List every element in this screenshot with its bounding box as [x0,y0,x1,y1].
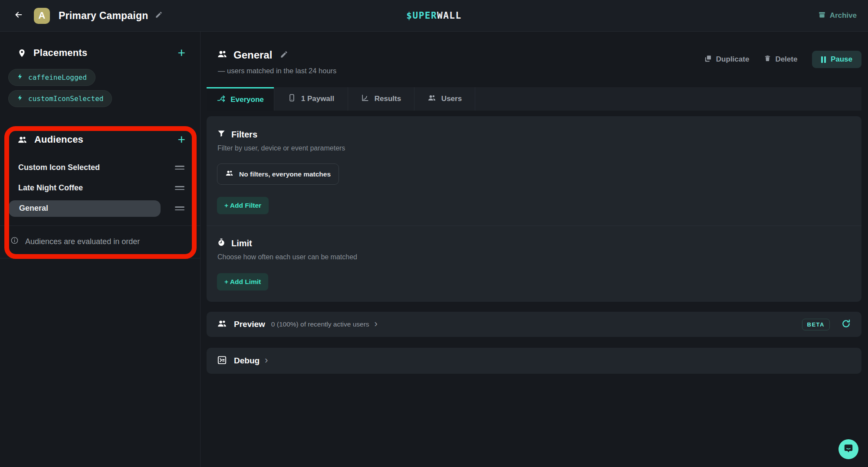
duplicate-button[interactable]: Duplicate [704,55,750,65]
add-placement-button[interactable]: + [178,47,185,59]
pause-label: Pause [831,55,852,64]
audiences-note: Audiences are evaluated in order [0,226,200,258]
audiences-title: Audiences [34,134,83,145]
logo-white-part: WALL [437,10,462,21]
limit-section: Limit Choose how often each user can be … [217,226,849,291]
pencil-icon [155,11,163,20]
users-icon [17,135,27,145]
refresh-icon[interactable] [841,319,851,330]
audience-title: General [233,49,272,61]
chevron-right-icon: › [265,356,268,366]
filters-subtitle: Filter by user, device or event paramete… [217,144,849,152]
placements-list: caffeineLogged customIconSelected [0,69,200,107]
chevron-right-icon: › [375,319,378,330]
app-avatar[interactable]: A [34,8,50,24]
pencil-icon [280,50,288,60]
delete-label: Delete [775,55,797,64]
placement-chip[interactable]: customIconSelected [8,90,112,107]
tab-paywall[interactable]: 1 Paywall [274,87,348,111]
selected-audience-pill[interactable]: General [9,200,161,217]
edit-audience-button[interactable] [280,50,288,60]
bolt-icon [17,95,23,103]
drag-handle-icon[interactable] [175,166,184,170]
chat-widget-button[interactable] [838,439,858,459]
tab-label: Users [441,95,462,103]
add-limit-button[interactable]: + Add Limit [217,273,268,291]
audiences-header: Audiences + [0,134,200,145]
drag-handle-icon[interactable] [175,186,184,190]
beta-badge: BETA [802,319,830,330]
add-audience-button[interactable]: + [178,134,185,145]
audience-detail-header: General — users matched in the last 24 h… [201,32,868,75]
preview-summary: 0 (100%) of recently active users [271,320,369,328]
no-filters-label: No filters, everyone matches [239,170,331,178]
debug-title: Debug [234,356,260,366]
audience-item[interactable]: Custom Icon Selected [0,157,200,178]
stopwatch-icon [217,238,226,248]
logo-teal-part: $UPER [406,10,437,21]
audience-label: Custom Icon Selected [0,163,100,172]
limit-title: Limit [231,238,252,248]
debug-row[interactable]: Debug › [207,348,861,374]
map-pin-icon [17,49,26,58]
sidebar: Placements + caffeineLogged customIconSe… [0,32,201,467]
pause-button[interactable]: Pause [812,51,861,68]
superwall-logo: $UPERWALL [406,10,461,21]
audience-label: Late Night Coffee [0,183,83,193]
top-bar: A Primary Campaign $UPERWALL Archive [0,0,868,32]
archive-icon [818,11,826,21]
duplicate-label: Duplicate [716,55,750,64]
archive-button[interactable]: Archive [818,11,857,21]
audience-actions: Duplicate Delete Pause [704,51,861,68]
add-filter-button[interactable]: + Add Filter [217,197,269,214]
chart-icon [361,94,369,104]
funnel-icon [217,129,226,140]
copy-icon [704,55,712,65]
placement-label: customIconSelected [28,95,103,103]
users-icon [217,319,227,330]
split-arrows-icon [217,94,225,105]
placement-label: caffeineLogged [28,73,87,82]
archive-label: Archive [830,11,857,20]
audience-item-selected[interactable]: General [0,198,200,219]
audiences-note-text: Audiences are evaluated in order [25,237,140,246]
tab-results[interactable]: Results [348,87,414,111]
no-filters-chip: No filters, everyone matches [217,163,339,185]
preview-row[interactable]: Preview 0 (100%) of recently active user… [207,312,861,337]
tab-bar: Everyone 1 Paywall Results Users [207,87,861,111]
back-arrow-icon [14,10,23,21]
tab-label: Results [375,95,401,103]
placements-header: Placements + [0,47,200,59]
info-icon [10,236,19,247]
users-icon [217,49,227,61]
tab-bar-filler [475,87,861,111]
main-panel: General — users matched in the last 24 h… [201,32,868,467]
tab-everyone[interactable]: Everyone [207,87,274,111]
chat-icon [843,443,854,456]
filters-title: Filters [231,130,257,140]
preview-title: Preview [234,320,265,329]
drag-handle-icon[interactable] [175,206,184,210]
users-icon [427,94,436,105]
filters-section: Filters Filter by user, device or event … [217,129,849,214]
pause-icon [821,56,826,63]
audience-item[interactable]: Late Night Coffee [0,178,200,198]
tab-users[interactable]: Users [414,87,475,111]
trash-icon [764,55,771,64]
audience-label: General [9,204,48,213]
terminal-icon [217,355,227,367]
delete-button[interactable]: Delete [764,55,797,64]
phone-icon [288,94,296,104]
tab-label: Everyone [230,95,264,104]
edit-campaign-button[interactable] [155,11,163,20]
campaign-title: Primary Campaign [59,10,148,22]
back-button[interactable] [11,8,26,23]
tab-label: 1 Paywall [301,95,335,103]
sidebar-divider [0,258,200,258]
users-icon [225,169,233,179]
placement-chip[interactable]: caffeineLogged [8,69,95,86]
bolt-icon [17,73,23,82]
placements-title: Placements [33,47,87,59]
audiences-list: Custom Icon Selected Late Night Coffee G… [0,157,200,219]
audiences-section: Audiences + Custom Icon Selected Late Ni… [0,134,200,258]
